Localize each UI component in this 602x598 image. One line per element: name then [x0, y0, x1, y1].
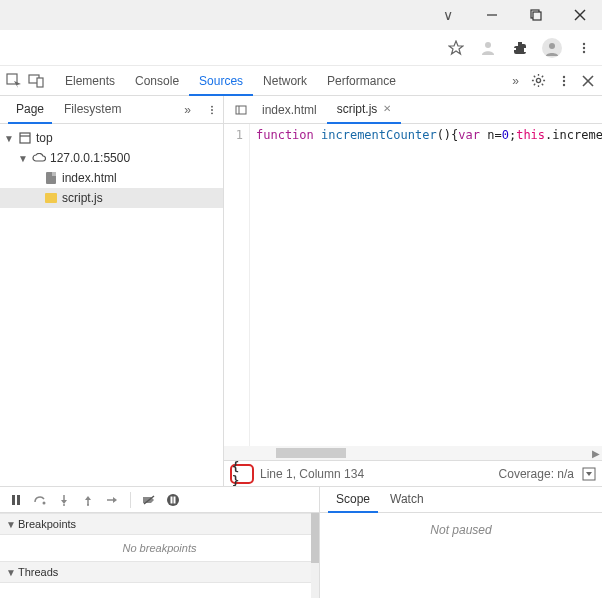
scrollbar-thumb[interactable]: [276, 448, 346, 458]
svg-rect-26: [236, 106, 246, 114]
tree-label: index.html: [62, 171, 117, 185]
tree-label: 127.0.0.1:5500: [50, 151, 130, 165]
svg-rect-31: [17, 495, 20, 505]
file-icon: [44, 171, 58, 185]
devtools-menu-icon[interactable]: [558, 75, 570, 87]
scrollbar-thumb[interactable]: [311, 513, 319, 563]
svg-point-23: [211, 112, 213, 114]
star-icon[interactable]: [446, 38, 466, 58]
svg-point-21: [211, 105, 213, 107]
step-into-icon[interactable]: [56, 492, 72, 508]
extensions-icon[interactable]: [510, 38, 530, 58]
folder-icon: [44, 191, 58, 205]
cursor-position: Line 1, Column 134: [260, 467, 364, 481]
profile-icon-small[interactable]: [478, 38, 498, 58]
chevron-down-icon[interactable]: ∨: [426, 0, 470, 30]
svg-point-35: [63, 504, 65, 506]
inspect-element-icon[interactable]: [6, 73, 22, 89]
debugger-left: ▼Breakpoints No breakpoints ▼Threads: [0, 487, 320, 598]
svg-rect-14: [37, 78, 43, 87]
svg-point-11: [583, 50, 585, 52]
tree-label: top: [36, 131, 53, 145]
editor-tab-script[interactable]: script.js ✕: [327, 96, 402, 124]
editor-statusbar: { } Line 1, Column 134 Coverage: n/a: [224, 460, 602, 486]
tree-node-top[interactable]: ▼ top: [0, 128, 223, 148]
step-icon[interactable]: [104, 492, 120, 508]
tab-console[interactable]: Console: [125, 66, 189, 96]
show-drawer-icon[interactable]: [582, 467, 596, 481]
close-button[interactable]: [558, 0, 602, 30]
code-line: function incrementCounter(){var n=0;this…: [250, 124, 602, 446]
pretty-print-button[interactable]: { }: [230, 464, 254, 484]
tab-elements[interactable]: Elements: [55, 66, 125, 96]
svg-point-8: [549, 43, 555, 49]
navigator-more-icon[interactable]: »: [178, 103, 197, 117]
editor-tabbar: index.html script.js ✕: [224, 96, 602, 124]
browser-toolbar: [0, 30, 602, 66]
svg-point-38: [87, 504, 89, 506]
svg-point-42: [167, 494, 179, 506]
editor-nav-left-icon[interactable]: [230, 104, 252, 116]
svg-rect-2: [533, 12, 541, 20]
svg-rect-43: [171, 496, 173, 503]
window-controls: ∨: [0, 0, 602, 30]
close-icon[interactable]: ✕: [383, 103, 391, 114]
debugger-panel: ▼Breakpoints No breakpoints ▼Threads Sco…: [0, 486, 602, 598]
vertical-scrollbar[interactable]: [311, 513, 319, 598]
tab-sources[interactable]: Sources: [189, 66, 253, 96]
tab-scope[interactable]: Scope: [328, 487, 378, 513]
svg-point-32: [43, 501, 46, 504]
file-tree: ▼ top ▼ 127.0.0.1:5500 index.html script…: [0, 124, 223, 486]
step-out-icon[interactable]: [80, 492, 96, 508]
line-gutter: 1: [224, 124, 250, 446]
editor-tab-label: script.js: [337, 102, 378, 116]
svg-marker-40: [113, 497, 117, 503]
svg-marker-5: [449, 41, 463, 54]
svg-point-9: [583, 42, 585, 44]
svg-point-15: [536, 78, 540, 82]
settings-gear-icon[interactable]: [531, 73, 546, 88]
tree-label: script.js: [62, 191, 103, 205]
tree-node-index[interactable]: index.html: [0, 168, 223, 188]
scroll-right-icon[interactable]: ▶: [592, 448, 600, 459]
navigator-tab-filesystem[interactable]: Filesystem: [56, 96, 129, 124]
scope-watch-tabs: Scope Watch: [320, 487, 602, 513]
threads-section-header[interactable]: ▼Threads: [0, 561, 319, 583]
pause-on-exceptions-icon[interactable]: [165, 492, 181, 508]
tree-node-script[interactable]: script.js: [0, 188, 223, 208]
tab-network[interactable]: Network: [253, 66, 317, 96]
devtools-close-icon[interactable]: [582, 75, 594, 87]
maximize-button[interactable]: [514, 0, 558, 30]
svg-marker-29: [586, 472, 592, 476]
code-editor[interactable]: 1 function incrementCounter(){var n=0;th…: [224, 124, 602, 446]
pause-icon[interactable]: [8, 492, 24, 508]
tab-performance[interactable]: Performance: [317, 66, 406, 96]
minimize-button[interactable]: [470, 0, 514, 30]
navigator-tab-page[interactable]: Page: [8, 96, 52, 124]
step-over-icon[interactable]: [32, 492, 48, 508]
deactivate-breakpoints-icon[interactable]: [141, 492, 157, 508]
navigator-tabs: Page Filesystem »: [0, 96, 223, 124]
editor-tab-index[interactable]: index.html: [252, 96, 327, 124]
debugger-right: Scope Watch Not paused: [320, 487, 602, 598]
horizontal-scrollbar[interactable]: ▶: [224, 446, 602, 460]
debugger-toolbar: [0, 487, 319, 513]
chrome-menu-icon[interactable]: [574, 38, 594, 58]
svg-marker-34: [61, 500, 67, 504]
more-tabs-icon[interactable]: »: [512, 74, 519, 88]
profile-avatar-icon[interactable]: [542, 38, 562, 58]
breakpoints-section-header[interactable]: ▼Breakpoints: [0, 513, 319, 535]
tab-watch[interactable]: Watch: [382, 487, 432, 513]
svg-rect-30: [12, 495, 15, 505]
devtools-tabbar: Elements Console Sources Network Perform…: [0, 66, 602, 96]
not-paused-message: Not paused: [320, 513, 602, 598]
svg-point-10: [583, 46, 585, 48]
tree-node-host[interactable]: ▼ 127.0.0.1:5500: [0, 148, 223, 168]
svg-point-16: [563, 75, 565, 77]
device-toggle-icon[interactable]: [28, 73, 44, 89]
window-frame-icon: [18, 131, 32, 145]
coverage-indicator: Coverage: n/a: [499, 467, 574, 481]
svg-rect-24: [20, 133, 30, 143]
navigator-panel: Page Filesystem » ▼ top ▼ 127.0.0.1:5500: [0, 96, 224, 486]
navigator-menu-icon[interactable]: [201, 105, 223, 115]
